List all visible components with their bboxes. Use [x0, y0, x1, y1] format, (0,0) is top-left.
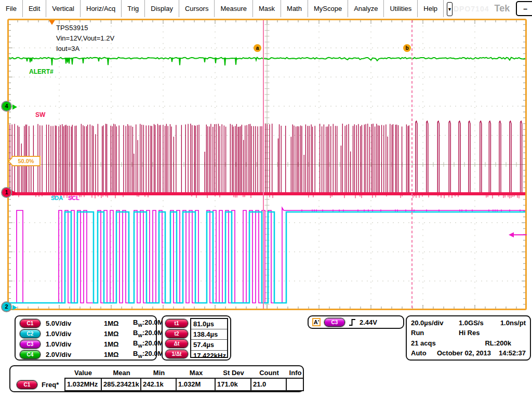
- menu-mask[interactable]: Mask: [253, 0, 281, 17]
- acq-state: Run: [411, 329, 459, 337]
- channel-2-number: 2: [5, 303, 8, 310]
- c4-pill[interactable]: C4: [20, 350, 41, 359]
- menu-display[interactable]: Display: [145, 0, 179, 17]
- waveform-canvas: [7, 19, 527, 310]
- t1-pill: t1: [165, 319, 188, 328]
- menu-trig[interactable]: Trig: [122, 0, 145, 17]
- t2-pill: t2: [165, 329, 188, 338]
- channel-row-c2: C2 1.0V/div 1MΩ BW:20.0M: [16, 328, 156, 339]
- meas-info: [286, 378, 304, 391]
- menu-cursors[interactable]: Cursors: [179, 0, 215, 17]
- meas-source-pill[interactable]: C1: [17, 380, 37, 389]
- annotation-conditions: Vin=12V,Vout=1.2V: [56, 33, 114, 44]
- c4-bandwidth: BW:20.0M: [133, 350, 163, 359]
- meas-min: 242.1k: [140, 378, 177, 391]
- menu-horiz-acq[interactable]: Horiz/Acq: [81, 0, 122, 17]
- inv-delta-t-pill: 1/Δt: [165, 350, 188, 358]
- meas-max: 1.032M: [176, 378, 216, 391]
- c4-scale: 2.0V/div: [46, 351, 104, 358]
- timebase-readout-box: 20.0µs/div 1.0GS/s 1.0ns/pt Run Hi Res 2…: [406, 315, 531, 361]
- cursor-a-handle[interactable]: a: [254, 44, 261, 52]
- menu-math[interactable]: Math: [281, 0, 308, 17]
- menu-help[interactable]: Help: [418, 0, 444, 17]
- record-length: RL:200k: [485, 339, 511, 347]
- c2-scale: 1.0V/div: [46, 330, 104, 338]
- menu-analyze[interactable]: Analyze: [348, 0, 384, 17]
- delta-t-pill: Δt: [165, 339, 188, 348]
- meas-name: Freq*: [42, 381, 59, 389]
- model-label: DPO7104: [454, 5, 489, 13]
- c3-impedance: 1MΩ: [104, 340, 133, 348]
- menu-measure[interactable]: Measure: [215, 0, 253, 17]
- menu-edit[interactable]: Edit: [23, 0, 46, 17]
- c4-impedance: 1MΩ: [104, 351, 133, 358]
- meas-header-max: Max: [177, 368, 216, 378]
- menu-utilities[interactable]: Utilities: [384, 0, 418, 17]
- inv-delta-t-value: 17.422kHz: [191, 351, 227, 361]
- trace-label-scl: SCL: [68, 195, 79, 201]
- timebase-scale: 20.0µs/div: [411, 319, 459, 327]
- menu-overflow-button[interactable]: ▼: [447, 2, 453, 16]
- meas-value: 1.032MHz: [64, 378, 102, 391]
- trigger-readout-box: A' C3 2.44V: [308, 315, 404, 329]
- c3-bandwidth: BW:20.0M: [133, 339, 163, 349]
- trace-label-sda: SDA: [51, 195, 63, 201]
- waveform-display: TPS53915 Vin=12V,Vout=1.2V Iout=3A ALERT…: [7, 19, 527, 310]
- date-label: October 02, 2013: [437, 349, 499, 357]
- cursor-b-handle[interactable]: b: [403, 44, 411, 52]
- c3-scale: 1.0V/div: [46, 340, 104, 348]
- meas-header-count: Count: [251, 368, 287, 378]
- meas-header-min: Min: [141, 368, 177, 378]
- cursor-values: 81.0µs 138.4µs 57.4µs 17.422kHz: [190, 318, 228, 358]
- trigger-mode: Auto: [411, 349, 437, 357]
- meas-count: 21.0: [250, 378, 287, 391]
- channel-1-marker[interactable]: 1: [1, 187, 12, 198]
- meas-header-value: Value: [64, 368, 102, 378]
- channel-row-c4: C4 2.0V/div 1MΩ BW:20.0M: [16, 349, 156, 360]
- trace-label-sw: SW: [35, 111, 45, 118]
- c1-bandwidth: BW:20.0M: [133, 318, 163, 328]
- t1-value: 81.0µs: [191, 319, 227, 329]
- channel-row-c1: C1 5.0V/div 1MΩ BW:20.0M: [16, 318, 156, 328]
- minimize-button[interactable]: –: [516, 1, 532, 16]
- c2-impedance: 1MΩ: [104, 330, 133, 338]
- sample-rate: 1.0GS/s: [459, 319, 500, 327]
- channel-4-marker[interactable]: 4: [1, 101, 12, 112]
- measurement-row-freq: C1 Freq* 1.032MHz 285.23421k 242.1k 1.03…: [10, 378, 303, 391]
- channel-1-number: 1: [5, 189, 8, 195]
- measurement-table: Value Mean Min Max St Dev Count Info C1 …: [9, 365, 304, 392]
- meas-header-mean: Mean: [102, 368, 141, 378]
- c1-pill[interactable]: C1: [20, 319, 41, 328]
- delta-t-value: 57.4µs: [191, 340, 227, 350]
- menu-file[interactable]: File: [0, 0, 23, 17]
- cursor-readout-box: t1 t2 Δt 1/Δt 81.0µs 138.4µs 57.4µs 17.4…: [162, 315, 231, 361]
- c1-scale: 5.0V/div: [46, 320, 104, 327]
- acq-mode: Hi Res: [459, 329, 480, 337]
- trigger-source-pill[interactable]: C3: [324, 318, 345, 327]
- trigger-group-badge: A': [312, 318, 321, 326]
- tek-logo: Tek: [494, 3, 510, 14]
- annotation-load: Iout=3A: [56, 44, 114, 54]
- t2-value: 138.4µs: [191, 329, 227, 340]
- c3-pill[interactable]: C3: [20, 340, 41, 349]
- time-label: 14:52:37: [499, 349, 526, 357]
- trace-label-alert: ALERT#: [29, 68, 54, 75]
- channel-2-marker[interactable]: 2: [1, 301, 12, 312]
- trigger-level-tag[interactable]: 50.0%: [11, 156, 41, 166]
- menu-vertical[interactable]: Vertical: [46, 0, 81, 17]
- c2-pill[interactable]: C2: [20, 329, 41, 338]
- menu-bar: File Edit Vertical Horiz/Acq Trig Displa…: [0, 0, 532, 17]
- c1-impedance: 1MΩ: [104, 320, 133, 327]
- rising-edge-icon: [349, 318, 356, 327]
- channel-3-position-arrow-icon[interactable]: [513, 234, 527, 235]
- menu-myscope[interactable]: MyScope: [308, 0, 348, 17]
- meas-header-stdev: St Dev: [216, 368, 251, 378]
- screen-annotation: TPS53915 Vin=12V,Vout=1.2V Iout=3A: [56, 23, 114, 54]
- annotation-device: TPS53915: [56, 23, 114, 33]
- meas-stdev: 171.0k: [215, 378, 251, 391]
- meas-mean: 285.23421k: [101, 378, 141, 391]
- acq-count: 21 acqs: [411, 339, 459, 347]
- trigger-level-value: 2.44V: [360, 318, 377, 326]
- sample-resolution: 1.0ns/pt: [500, 319, 526, 327]
- c2-bandwidth: BW:20.0M: [133, 329, 163, 338]
